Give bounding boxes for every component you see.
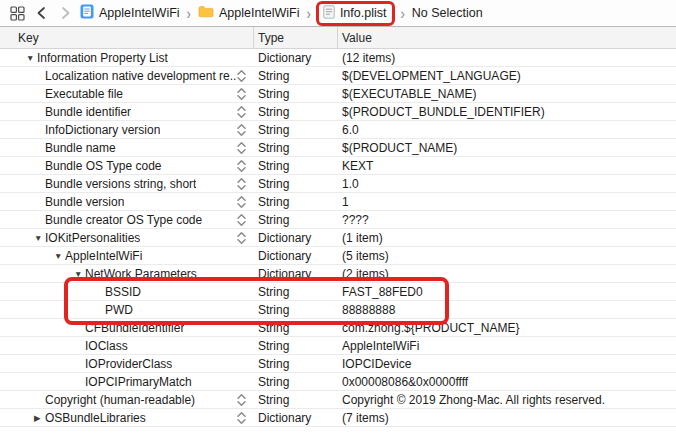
- column-header-type[interactable]: Type: [258, 31, 284, 45]
- value-label[interactable]: IOPCIDevice: [342, 355, 672, 372]
- value-label[interactable]: (12 items): [342, 49, 672, 66]
- key-label: AppleIntelWiFi: [65, 249, 142, 263]
- type-label[interactable]: String: [258, 211, 334, 228]
- type-label[interactable]: String: [258, 319, 334, 336]
- stepper-icon[interactable]: [236, 393, 247, 407]
- key-label: Localization native development re...: [45, 69, 237, 83]
- type-label[interactable]: Dictionary: [258, 265, 334, 282]
- type-label[interactable]: Dictionary: [258, 247, 334, 264]
- key-label: Information Property List: [37, 51, 168, 65]
- table-row[interactable]: Localization native development re... St…: [0, 67, 676, 85]
- table-row[interactable]: Bundle creator OS Type code String ????: [0, 211, 676, 229]
- value-label[interactable]: (7 items): [342, 409, 672, 426]
- stepper-icon[interactable]: [236, 195, 247, 209]
- disclosure-triangle-icon[interactable]: ▼: [74, 269, 85, 279]
- type-label[interactable]: String: [258, 139, 334, 156]
- type-label[interactable]: String: [258, 337, 334, 354]
- type-label[interactable]: String: [258, 175, 334, 192]
- stepper-icon[interactable]: [236, 159, 247, 173]
- type-label[interactable]: String: [258, 373, 334, 390]
- table-row[interactable]: PWD String 88888888: [0, 301, 676, 319]
- table-row[interactable]: CFBundleIdentifier String com.zhong.${PR…: [0, 319, 676, 337]
- type-label[interactable]: String: [258, 121, 334, 138]
- forward-button[interactable]: [56, 4, 74, 22]
- stepper-icon[interactable]: [236, 69, 247, 83]
- table-row[interactable]: IOPCIPrimaryMatch String 0x00008086&0x00…: [0, 373, 676, 391]
- value-label[interactable]: $(PRODUCT_BUNDLE_IDENTIFIER): [342, 103, 672, 120]
- stepper-icon[interactable]: [236, 231, 247, 245]
- table-row[interactable]: ▼ IOKitPersonalities Dictionary (1 item): [0, 229, 676, 247]
- table-row[interactable]: Bundle name String $(PRODUCT_NAME): [0, 139, 676, 157]
- breadcrumb-file[interactable]: Info.plist: [323, 5, 387, 22]
- table-row[interactable]: Bundle OS Type code String KEXT: [0, 157, 676, 175]
- value-label[interactable]: ????: [342, 211, 672, 228]
- key-label: InfoDictionary version: [45, 123, 160, 137]
- table-row[interactable]: InfoDictionary version String 6.0: [0, 121, 676, 139]
- value-label[interactable]: FAST_88FED0: [342, 283, 672, 300]
- table-row[interactable]: BSSID String FAST_88FED0: [0, 283, 676, 301]
- stepper-icon[interactable]: [236, 141, 247, 155]
- table-row[interactable]: IOProviderClass String IOPCIDevice: [0, 355, 676, 373]
- type-label[interactable]: String: [258, 355, 334, 372]
- column-header-key[interactable]: Key: [18, 31, 39, 45]
- key-label: NetWork Parameters: [85, 267, 197, 281]
- stepper-icon[interactable]: [236, 177, 247, 191]
- value-label[interactable]: 6.0: [342, 121, 672, 138]
- stepper-icon[interactable]: [236, 87, 247, 101]
- value-label[interactable]: KEXT: [342, 157, 672, 174]
- column-header-value[interactable]: Value: [342, 31, 372, 45]
- type-label[interactable]: Dictionary: [258, 49, 334, 66]
- type-label[interactable]: Dictionary: [258, 229, 334, 246]
- back-button[interactable]: [32, 4, 50, 22]
- type-label[interactable]: String: [258, 301, 334, 318]
- stepper-icon[interactable]: [236, 105, 247, 119]
- disclosure-triangle-icon[interactable]: ▼: [26, 53, 37, 63]
- disclosure-triangle-icon[interactable]: ▶: [34, 413, 45, 423]
- breadcrumb-selection[interactable]: No Selection: [412, 6, 483, 20]
- type-label[interactable]: String: [258, 193, 334, 210]
- value-label[interactable]: $(DEVELOPMENT_LANGUAGE): [342, 67, 672, 84]
- type-label[interactable]: String: [258, 85, 334, 102]
- disclosure-triangle-icon[interactable]: ▼: [34, 233, 45, 243]
- table-row[interactable]: Copyright (human-readable) String Copyri…: [0, 391, 676, 409]
- breadcrumb-separator: ›: [399, 4, 405, 23]
- xcode-plist-editor: AppleIntelWiFi › AppleIntelWiFi › Info.p…: [0, 0, 676, 437]
- table-row[interactable]: ▼ Information Property List Dictionary (…: [0, 49, 676, 67]
- type-label[interactable]: String: [258, 391, 334, 408]
- breadcrumb-project[interactable]: AppleIntelWiFi: [80, 4, 180, 22]
- table-row[interactable]: Bundle version String 1: [0, 193, 676, 211]
- table-row[interactable]: ▶ OSBundleLibraries Dictionary (7 items): [0, 409, 676, 427]
- breadcrumb-group[interactable]: AppleIntelWiFi: [198, 5, 300, 21]
- stepper-icon[interactable]: [236, 213, 247, 227]
- key-label: Bundle OS Type code: [45, 159, 162, 173]
- value-label[interactable]: AppleIntelWiFi: [342, 337, 672, 354]
- table-row[interactable]: ▼ NetWork Parameters Dictionary (2 items…: [0, 265, 676, 283]
- value-label[interactable]: 0x00008086&0x0000ffff: [342, 373, 672, 390]
- value-label[interactable]: 88888888: [342, 301, 672, 318]
- table-row[interactable]: IOClass String AppleIntelWiFi: [0, 337, 676, 355]
- type-label[interactable]: String: [258, 103, 334, 120]
- value-label[interactable]: (5 items): [342, 247, 672, 264]
- value-label[interactable]: Copyright © 2019 Zhong-Mac. All rights r…: [342, 391, 672, 408]
- value-label[interactable]: (1 item): [342, 229, 672, 246]
- table-row[interactable]: Bundle versions string, short String 1.0: [0, 175, 676, 193]
- type-label[interactable]: String: [258, 157, 334, 174]
- plist-table: ▼ Information Property List Dictionary (…: [0, 49, 676, 427]
- value-label[interactable]: com.zhong.${PRODUCT_NAME}: [342, 319, 672, 336]
- stepper-icon[interactable]: [236, 411, 247, 425]
- value-label[interactable]: $(PRODUCT_NAME): [342, 139, 672, 156]
- type-label[interactable]: Dictionary: [258, 409, 334, 426]
- value-label[interactable]: (2 items): [342, 265, 672, 282]
- type-label[interactable]: String: [258, 283, 334, 300]
- table-row[interactable]: ▼ AppleIntelWiFi Dictionary (5 items): [0, 247, 676, 265]
- table-row[interactable]: Executable file String $(EXECUTABLE_NAME…: [0, 85, 676, 103]
- value-label[interactable]: 1: [342, 193, 672, 210]
- stepper-icon[interactable]: [236, 123, 247, 137]
- related-items-icon[interactable]: [8, 4, 26, 22]
- disclosure-triangle-icon[interactable]: ▼: [54, 251, 65, 261]
- table-row[interactable]: Bundle identifier String $(PRODUCT_BUNDL…: [0, 103, 676, 121]
- key-label: IOProviderClass: [85, 357, 172, 371]
- value-label[interactable]: $(EXECUTABLE_NAME): [342, 85, 672, 102]
- type-label[interactable]: String: [258, 67, 334, 84]
- value-label[interactable]: 1.0: [342, 175, 672, 192]
